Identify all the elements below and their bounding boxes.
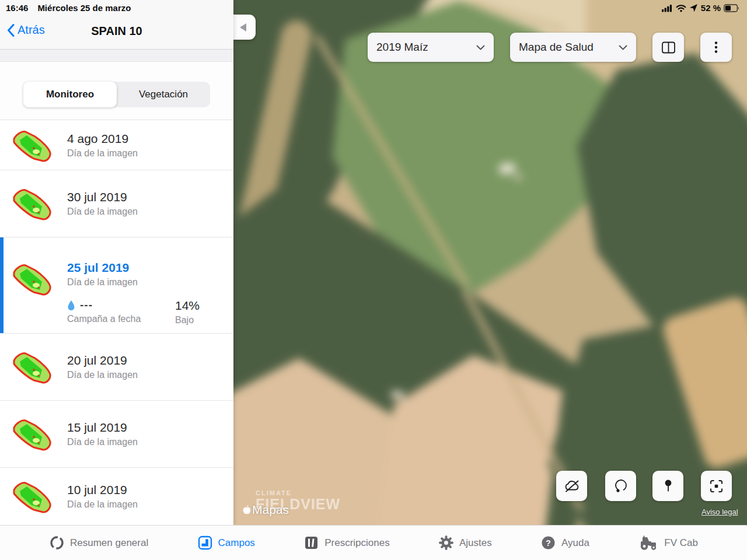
moisture-value: ---	[80, 299, 93, 312]
water-droplet-icon	[67, 300, 75, 311]
maps-attribution-label: Mapas	[252, 503, 289, 517]
status-date: Miércoles 25 de marzo	[37, 3, 131, 13]
nav-label: FV Cab	[664, 537, 698, 549]
season-dropdown-value: 2019 Maíz	[376, 41, 428, 54]
image-date: 25 jul 2019	[67, 261, 138, 275]
image-date: 4 ago 2019	[67, 132, 138, 146]
wifi-icon	[676, 4, 686, 12]
field-health-thumbnail	[8, 476, 57, 517]
layer-dropdown[interactable]: Mapa de Salud	[510, 33, 636, 62]
hide-clouds-button[interactable]	[556, 471, 587, 501]
lasso-icon	[613, 478, 629, 494]
nav-label: Prescripciones	[324, 537, 390, 549]
fields-icon	[197, 535, 213, 551]
cellular-signal-icon	[662, 4, 673, 12]
location-arrow-icon	[689, 4, 698, 12]
legal-notice-link[interactable]: Aviso legal	[701, 508, 738, 516]
nav-item-campos[interactable]: Campos	[197, 535, 255, 551]
tractor-icon	[638, 535, 659, 551]
chevron-left-icon	[240, 23, 246, 32]
nav-label: Ayuda	[561, 537, 589, 549]
nav-item-prescripciones[interactable]: Prescripciones	[303, 535, 390, 551]
battery-icon	[724, 4, 740, 12]
nav-item-resumen-general[interactable]: Resumen general	[49, 535, 148, 551]
image-date: 15 jul 2019	[67, 421, 138, 435]
battery-percent: 52 %	[701, 3, 721, 13]
field-health-thumbnail	[8, 346, 57, 387]
field-title: SPAIN 10	[0, 24, 233, 38]
field-health-thumbnail	[8, 183, 57, 224]
image-list-item[interactable]: 15 jul 2019 Día de la imagen	[0, 401, 233, 468]
image-list-item[interactable]: 10 jul 2019 Día de la imagen	[0, 468, 233, 524]
image-date: 20 jul 2019	[67, 354, 138, 368]
field-health-thumbnail	[8, 414, 57, 454]
chevron-down-icon	[476, 45, 485, 50]
split-view-icon	[661, 40, 676, 55]
sidebar-header: Atrás SPAIN 10	[0, 15, 233, 50]
nav-label: Resumen general	[70, 537, 148, 549]
kebab-menu-icon	[708, 40, 724, 55]
nav-label: Ajustes	[459, 537, 492, 549]
prescriptions-icon	[303, 535, 319, 551]
health-label: Bajo	[175, 315, 200, 326]
gear-icon	[438, 535, 454, 551]
nav-item-ayuda[interactable]: ? Ayuda	[540, 535, 589, 551]
fieldview-app: 2019 Maíz Mapa de Salud	[0, 0, 747, 560]
image-date: 30 jul 2019	[67, 190, 138, 204]
bottom-navigation: Resumen general Campos Prescripciones	[0, 525, 747, 560]
apple-maps-attribution: Mapas	[242, 503, 289, 517]
segmented-control: Monitoreo Vegetación	[23, 82, 210, 107]
nav-item-fv-cab[interactable]: FV Cab	[638, 535, 698, 551]
header-strip	[0, 50, 233, 62]
image-subtitle: Día de la imagen	[67, 148, 138, 159]
cloud-off-icon	[563, 478, 581, 494]
image-list-item-selected[interactable]: 25 jul 2019 Día de la imagen --- Campaña…	[0, 237, 233, 334]
help-icon: ?	[540, 535, 556, 551]
chevron-down-icon	[619, 45, 627, 50]
satellite-map-art	[233, 0, 747, 525]
map-canvas[interactable]: 2019 Maíz Mapa de Salud	[233, 0, 747, 525]
nav-label: Campos	[218, 537, 255, 549]
tabs-area: Monitoreo Vegetación	[0, 62, 233, 120]
draw-region-button[interactable]	[605, 471, 636, 501]
tab-monitoreo[interactable]: Monitoreo	[23, 82, 117, 107]
image-subtitle: Día de la imagen	[67, 499, 138, 510]
status-bar-left: 16:46 Miércoles 25 de marzo	[0, 0, 233, 15]
split-view-button[interactable]	[652, 33, 684, 62]
field-health-thumbnail	[8, 258, 57, 299]
map-terrain-patch	[515, 174, 522, 180]
apple-logo-icon	[242, 505, 251, 515]
season-dropdown[interactable]: 2019 Maíz	[368, 33, 494, 62]
field-health-thumbnail	[8, 125, 57, 166]
map-terrain-patch	[396, 397, 399, 399]
image-date: 10 jul 2019	[67, 483, 138, 497]
image-subtitle: Día de la imagen	[67, 437, 138, 447]
pin-icon	[661, 478, 676, 494]
tab-vegetacion[interactable]: Vegetación	[117, 82, 210, 107]
sidebar-collapse-button[interactable]	[233, 15, 256, 40]
center-focus-icon	[708, 478, 724, 494]
image-list-item[interactable]: 30 jul 2019 Día de la imagen	[0, 170, 233, 237]
drop-pin-button[interactable]	[652, 471, 683, 501]
health-value: 14%	[175, 299, 200, 313]
more-menu-button[interactable]	[700, 33, 732, 62]
status-bar-right: 52 %	[662, 3, 740, 13]
image-list-item[interactable]: 20 jul 2019 Día de la imagen	[0, 334, 233, 401]
sidebar: 16:46 Miércoles 25 de marzo Atrás SPAIN …	[0, 0, 233, 525]
nav-item-ajustes[interactable]: Ajustes	[438, 535, 492, 551]
selected-image-details: --- Campaña a fecha 14% Bajo	[67, 299, 216, 326]
selection-indicator	[0, 237, 4, 333]
image-subtitle: Día de la imagen	[67, 277, 138, 288]
layer-dropdown-value: Mapa de Salud	[519, 41, 594, 54]
image-list-item[interactable]: 4 ago 2019 Día de la imagen	[0, 120, 233, 170]
moisture-value-row: ---	[67, 299, 175, 312]
svg-text:?: ?	[546, 538, 551, 548]
image-subtitle: Día de la imagen	[67, 370, 138, 380]
overview-icon	[49, 535, 65, 551]
status-time: 16:46	[6, 3, 28, 13]
image-subtitle: Día de la imagen	[67, 206, 138, 217]
moisture-label: Campaña a fecha	[67, 314, 175, 324]
center-field-button[interactable]	[701, 471, 732, 501]
